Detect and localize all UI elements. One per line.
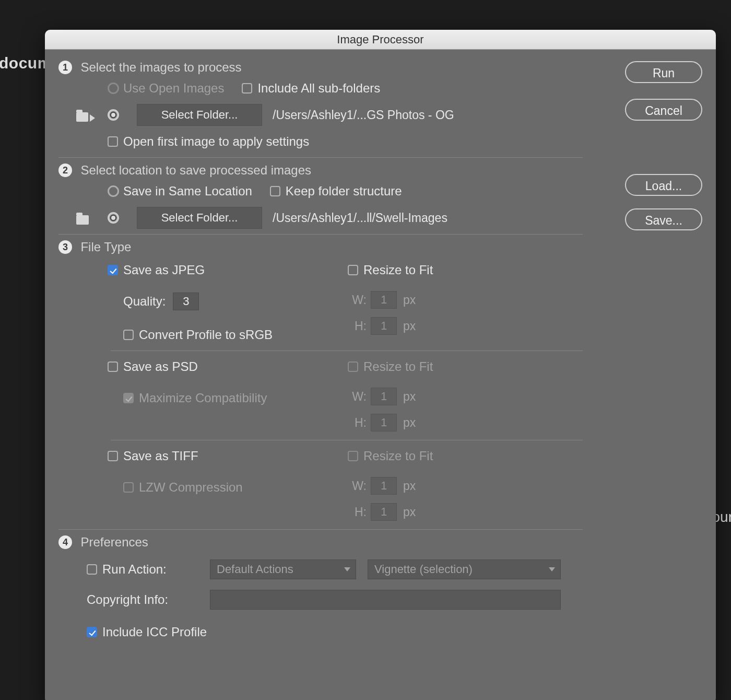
action-name-select[interactable]: Vignette (selection) [368, 559, 561, 579]
tiff-height-label: H: [348, 505, 367, 519]
include-icc-label: Include ICC Profile [102, 625, 207, 639]
jpeg-height-label: H: [348, 319, 367, 333]
action-set-value: Default Actions [217, 563, 293, 576]
image-processor-dialog: Image Processor Run Cancel Load... Save.… [45, 30, 716, 700]
convert-srgb-checkbox[interactable] [123, 330, 134, 340]
copyright-label: Copyright Info: [87, 592, 210, 607]
save-as-tiff-label: Save as TIFF [123, 449, 198, 463]
jpeg-resize-checkbox[interactable] [348, 265, 358, 275]
psd-resize-label: Resize to Fit [363, 359, 433, 374]
select-dest-folder-button[interactable]: Select Folder... [137, 207, 262, 229]
step-4-badge: 4 [58, 535, 72, 549]
run-action-checkbox[interactable] [87, 564, 97, 575]
step-1-title: Select the images to process [80, 60, 241, 75]
jpeg-quality-input[interactable] [173, 293, 199, 310]
psd-height-unit: px [403, 416, 416, 430]
select-source-folder-button[interactable]: Select Folder... [137, 104, 262, 126]
folder-in-icon [76, 108, 95, 122]
step-1-badge: 1 [58, 61, 72, 74]
jpeg-quality-label: Quality: [123, 294, 166, 309]
convert-srgb-label: Convert Profile to sRGB [139, 328, 273, 342]
step-2-title: Select location to save processed images [80, 163, 311, 178]
open-first-image-label: Open first image to apply settings [123, 134, 309, 149]
action-set-select[interactable]: Default Actions [210, 559, 356, 579]
jpeg-width-label: W: [348, 293, 367, 307]
use-open-images-label: Use Open Images [123, 81, 224, 96]
psd-width-input [371, 388, 397, 405]
action-name-value: Vignette (selection) [374, 563, 473, 576]
save-same-location-radio[interactable] [108, 185, 119, 197]
select-dest-folder-radio[interactable] [108, 212, 119, 224]
step-3-title: File Type [80, 240, 131, 254]
jpeg-height-input[interactable] [371, 317, 397, 335]
use-open-images-radio[interactable] [108, 83, 119, 94]
save-as-jpeg-checkbox[interactable] [108, 265, 118, 275]
tiff-height-unit: px [403, 505, 416, 519]
dialog-title: Image Processor [45, 30, 716, 50]
open-first-image-checkbox[interactable] [108, 136, 118, 147]
tiff-resize-label: Resize to Fit [363, 449, 433, 463]
divider-1 [58, 157, 583, 158]
keep-folder-structure-label: Keep folder structure [286, 184, 402, 199]
psd-width-label: W: [348, 390, 367, 404]
jpeg-width-input[interactable] [371, 291, 397, 309]
divider-3 [58, 529, 583, 530]
folder-out-icon [76, 211, 95, 225]
save-same-location-label: Save in Same Location [123, 184, 252, 199]
run-action-label: Run Action: [102, 562, 210, 577]
step-2-badge: 2 [58, 164, 72, 177]
chevron-down-icon [549, 567, 555, 571]
psd-maxcompat-checkbox [123, 393, 134, 403]
jpeg-width-unit: px [403, 293, 416, 307]
divider-psd-tiff [111, 440, 583, 440]
tiff-lzw-label: LZW Compression [139, 480, 243, 495]
psd-width-unit: px [403, 390, 416, 404]
divider-2 [58, 234, 583, 235]
source-folder-path: /Users/Ashley1/...GS Photos - OG [273, 108, 454, 122]
jpeg-height-unit: px [403, 319, 416, 333]
divider-jpeg-psd [111, 351, 583, 351]
include-subfolders-checkbox[interactable] [242, 83, 252, 94]
psd-height-label: H: [348, 416, 367, 430]
include-icc-checkbox[interactable] [87, 627, 97, 637]
tiff-height-input [371, 503, 397, 521]
save-as-jpeg-label: Save as JPEG [123, 263, 205, 277]
step-4-title: Preferences [80, 535, 148, 550]
tiff-resize-checkbox [348, 451, 358, 461]
copyright-input[interactable] [210, 590, 561, 610]
save-as-tiff-checkbox[interactable] [108, 451, 118, 461]
jpeg-resize-label: Resize to Fit [363, 263, 433, 277]
psd-maxcompat-label: Maximize Compatibility [139, 391, 267, 405]
include-subfolders-label: Include All sub-folders [257, 81, 380, 96]
keep-folder-structure-checkbox[interactable] [270, 186, 280, 196]
tiff-width-input [371, 477, 397, 495]
tiff-width-label: W: [348, 479, 367, 493]
save-as-psd-checkbox[interactable] [108, 361, 118, 372]
tiff-width-unit: px [403, 479, 416, 493]
background-text-left: docum [0, 54, 52, 72]
dest-folder-path: /Users/Ashley1/...ll/Swell-Images [273, 211, 447, 225]
tiff-lzw-checkbox [123, 482, 134, 493]
psd-resize-checkbox [348, 361, 358, 372]
save-as-psd-label: Save as PSD [123, 359, 198, 374]
select-source-folder-radio[interactable] [108, 109, 119, 121]
chevron-down-icon [344, 567, 350, 571]
step-3-badge: 3 [58, 240, 72, 254]
psd-height-input [371, 414, 397, 431]
